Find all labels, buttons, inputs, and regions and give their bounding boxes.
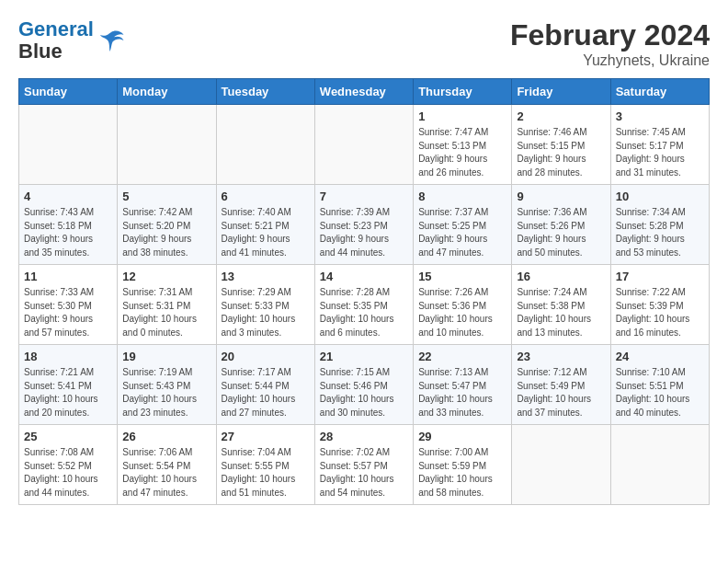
day-number: 17 (616, 270, 704, 283)
day-number: 24 (616, 350, 704, 363)
day-number: 29 (418, 430, 506, 443)
main-title: February 2024 (510, 18, 710, 52)
day-number: 13 (222, 270, 310, 283)
day-number: 16 (517, 270, 605, 283)
day-number: 3 (616, 109, 704, 123)
weekday-header-thursday: Thursday (414, 79, 512, 105)
day-info: Sunrise: 7:45 AM Sunset: 5:17 PM Dayligh… (616, 126, 704, 179)
calendar-day-4: 4Sunrise: 7:43 AM Sunset: 5:18 PM Daylig… (19, 185, 118, 265)
day-info: Sunrise: 7:36 AM Sunset: 5:26 PM Dayligh… (517, 206, 605, 259)
weekday-header-saturday: Saturday (610, 79, 709, 105)
calendar-day-6: 6Sunrise: 7:40 AM Sunset: 5:21 PM Daylig… (216, 185, 314, 265)
empty-day-cell (512, 425, 610, 505)
day-number: 8 (418, 190, 506, 203)
subtitle: Yuzhynets, Ukraine (510, 52, 710, 69)
day-info: Sunrise: 7:42 AM Sunset: 5:20 PM Dayligh… (122, 206, 210, 259)
calendar-day-21: 21Sunrise: 7:15 AM Sunset: 5:46 PM Dayli… (314, 345, 413, 425)
day-number: 9 (517, 190, 605, 203)
day-info: Sunrise: 7:28 AM Sunset: 5:35 PM Dayligh… (320, 286, 408, 339)
calendar-day-19: 19Sunrise: 7:19 AM Sunset: 5:43 PM Dayli… (118, 345, 216, 425)
calendar-day-24: 24Sunrise: 7:10 AM Sunset: 5:51 PM Dayli… (610, 345, 709, 425)
day-number: 2 (517, 109, 605, 123)
day-number: 10 (616, 190, 704, 203)
calendar-week-row: 18Sunrise: 7:21 AM Sunset: 5:41 PM Dayli… (19, 345, 710, 425)
empty-day-cell (118, 105, 216, 185)
calendar-day-27: 27Sunrise: 7:04 AM Sunset: 5:55 PM Dayli… (216, 425, 314, 505)
day-info: Sunrise: 7:02 AM Sunset: 5:57 PM Dayligh… (320, 446, 408, 500)
day-info: Sunrise: 7:08 AM Sunset: 5:52 PM Dayligh… (24, 446, 112, 500)
weekday-header-tuesday: Tuesday (216, 79, 314, 105)
calendar-day-3: 3Sunrise: 7:45 AM Sunset: 5:17 PM Daylig… (610, 105, 709, 185)
day-number: 6 (222, 190, 310, 203)
logo-text: GeneralBlue (18, 18, 94, 63)
calendar-day-13: 13Sunrise: 7:29 AM Sunset: 5:33 PM Dayli… (216, 265, 314, 345)
calendar-day-20: 20Sunrise: 7:17 AM Sunset: 5:44 PM Dayli… (216, 345, 314, 425)
calendar-day-5: 5Sunrise: 7:42 AM Sunset: 5:20 PM Daylig… (118, 185, 216, 265)
day-number: 20 (222, 350, 310, 363)
day-info: Sunrise: 7:21 AM Sunset: 5:41 PM Dayligh… (24, 366, 112, 419)
day-info: Sunrise: 7:26 AM Sunset: 5:36 PM Dayligh… (418, 286, 506, 339)
page-header: GeneralBlue February 2024 Yuzhynets, Ukr… (18, 18, 710, 69)
calendar-day-28: 28Sunrise: 7:02 AM Sunset: 5:57 PM Dayli… (314, 425, 413, 505)
weekday-header-monday: Monday (118, 79, 216, 105)
calendar-day-9: 9Sunrise: 7:36 AM Sunset: 5:26 PM Daylig… (512, 185, 610, 265)
day-number: 1 (418, 109, 506, 123)
day-info: Sunrise: 7:34 AM Sunset: 5:28 PM Dayligh… (616, 206, 704, 259)
calendar-day-18: 18Sunrise: 7:21 AM Sunset: 5:41 PM Dayli… (19, 345, 118, 425)
day-info: Sunrise: 7:43 AM Sunset: 5:18 PM Dayligh… (24, 206, 112, 259)
calendar-week-row: 25Sunrise: 7:08 AM Sunset: 5:52 PM Dayli… (19, 425, 710, 505)
weekday-header-friday: Friday (512, 79, 610, 105)
day-number: 25 (24, 430, 112, 443)
day-info: Sunrise: 7:12 AM Sunset: 5:49 PM Dayligh… (517, 366, 605, 419)
day-info: Sunrise: 7:47 AM Sunset: 5:13 PM Dayligh… (418, 126, 506, 179)
calendar-day-16: 16Sunrise: 7:24 AM Sunset: 5:38 PM Dayli… (512, 265, 610, 345)
empty-day-cell (216, 105, 314, 185)
calendar-day-14: 14Sunrise: 7:28 AM Sunset: 5:35 PM Dayli… (314, 265, 413, 345)
day-number: 4 (24, 190, 112, 203)
day-info: Sunrise: 7:17 AM Sunset: 5:44 PM Dayligh… (222, 366, 310, 419)
day-number: 21 (320, 350, 408, 363)
weekday-header-row: SundayMondayTuesdayWednesdayThursdayFrid… (19, 79, 710, 105)
day-number: 23 (517, 350, 605, 363)
day-number: 14 (320, 270, 408, 283)
day-info: Sunrise: 7:04 AM Sunset: 5:55 PM Dayligh… (222, 446, 310, 500)
empty-day-cell (19, 105, 118, 185)
day-info: Sunrise: 7:00 AM Sunset: 5:59 PM Dayligh… (418, 446, 506, 500)
day-number: 28 (320, 430, 408, 443)
calendar-table: SundayMondayTuesdayWednesdayThursdayFrid… (18, 78, 710, 505)
day-info: Sunrise: 7:37 AM Sunset: 5:25 PM Dayligh… (418, 206, 506, 259)
day-info: Sunrise: 7:46 AM Sunset: 5:15 PM Dayligh… (517, 126, 605, 179)
day-info: Sunrise: 7:06 AM Sunset: 5:54 PM Dayligh… (122, 446, 210, 500)
logo-bird-icon (97, 27, 125, 54)
day-info: Sunrise: 7:40 AM Sunset: 5:21 PM Dayligh… (222, 206, 310, 259)
day-info: Sunrise: 7:29 AM Sunset: 5:33 PM Dayligh… (222, 286, 310, 339)
day-number: 27 (222, 430, 310, 443)
day-number: 7 (320, 190, 408, 203)
title-block: February 2024 Yuzhynets, Ukraine (510, 18, 710, 69)
day-number: 11 (24, 270, 112, 283)
day-info: Sunrise: 7:24 AM Sunset: 5:38 PM Dayligh… (517, 286, 605, 339)
day-number: 18 (24, 350, 112, 363)
calendar-day-25: 25Sunrise: 7:08 AM Sunset: 5:52 PM Dayli… (19, 425, 118, 505)
empty-day-cell (610, 425, 709, 505)
calendar-day-8: 8Sunrise: 7:37 AM Sunset: 5:25 PM Daylig… (414, 185, 512, 265)
calendar-day-7: 7Sunrise: 7:39 AM Sunset: 5:23 PM Daylig… (314, 185, 413, 265)
weekday-header-sunday: Sunday (19, 79, 118, 105)
day-info: Sunrise: 7:13 AM Sunset: 5:47 PM Dayligh… (418, 366, 506, 419)
day-number: 12 (122, 270, 210, 283)
day-info: Sunrise: 7:31 AM Sunset: 5:31 PM Dayligh… (122, 286, 210, 339)
calendar-week-row: 1Sunrise: 7:47 AM Sunset: 5:13 PM Daylig… (19, 105, 710, 185)
calendar-day-11: 11Sunrise: 7:33 AM Sunset: 5:30 PM Dayli… (19, 265, 118, 345)
day-number: 22 (418, 350, 506, 363)
day-info: Sunrise: 7:33 AM Sunset: 5:30 PM Dayligh… (24, 286, 112, 339)
day-number: 5 (122, 190, 210, 203)
calendar-day-26: 26Sunrise: 7:06 AM Sunset: 5:54 PM Dayli… (118, 425, 216, 505)
calendar-week-row: 4Sunrise: 7:43 AM Sunset: 5:18 PM Daylig… (19, 185, 710, 265)
calendar-day-15: 15Sunrise: 7:26 AM Sunset: 5:36 PM Dayli… (414, 265, 512, 345)
empty-day-cell (314, 105, 413, 185)
day-info: Sunrise: 7:10 AM Sunset: 5:51 PM Dayligh… (616, 366, 704, 419)
day-number: 19 (122, 350, 210, 363)
calendar-day-29: 29Sunrise: 7:00 AM Sunset: 5:59 PM Dayli… (414, 425, 512, 505)
calendar-day-17: 17Sunrise: 7:22 AM Sunset: 5:39 PM Dayli… (610, 265, 709, 345)
logo: GeneralBlue (18, 18, 125, 63)
